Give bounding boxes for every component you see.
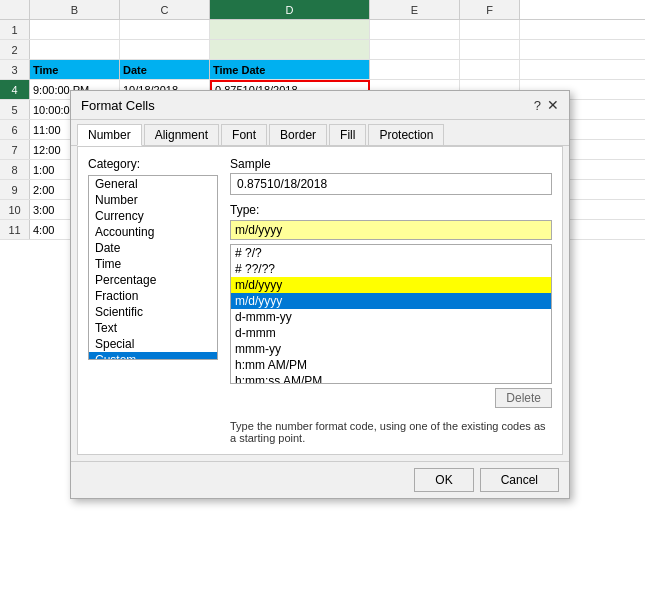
cell-F3[interactable] <box>460 60 520 79</box>
format-dmmm[interactable]: d-mmm <box>231 325 551 341</box>
category-accounting[interactable]: Accounting <box>89 224 217 240</box>
cell-D3[interactable]: Time Date <box>210 60 370 79</box>
format-dmmyy[interactable]: d-mmm-yy <box>231 309 551 325</box>
tab-number[interactable]: Number <box>77 124 142 146</box>
cell-E3[interactable] <box>370 60 460 79</box>
sample-section: Sample 0.87510/18/2018 <box>230 157 552 195</box>
dialog-controls: ? ✕ <box>534 97 559 113</box>
tab-alignment[interactable]: Alignment <box>144 124 219 145</box>
delete-button[interactable]: Delete <box>495 388 552 408</box>
help-button[interactable]: ? <box>534 98 541 113</box>
tab-fill[interactable]: Fill <box>329 124 366 145</box>
row-1: 1 <box>0 20 645 40</box>
category-currency[interactable]: Currency <box>89 208 217 224</box>
col-headers: B C D E F <box>0 0 645 20</box>
cell-D1[interactable] <box>210 20 370 39</box>
ok-button[interactable]: OK <box>414 468 473 492</box>
category-custom[interactable]: Custom <box>89 352 217 360</box>
cell-F1[interactable] <box>460 20 520 39</box>
format-hmmss-ampm[interactable]: h:mm:ss AM/PM <box>231 373 551 384</box>
cell-C2[interactable] <box>120 40 210 59</box>
category-fraction[interactable]: Fraction <box>89 288 217 304</box>
category-time[interactable]: Time <box>89 256 217 272</box>
category-percentage[interactable]: Percentage <box>89 272 217 288</box>
dialog-title: Format Cells <box>81 98 155 113</box>
cell-B1[interactable] <box>30 20 120 39</box>
category-special[interactable]: Special <box>89 336 217 352</box>
type-input[interactable] <box>230 220 552 240</box>
row-2: 2 <box>0 40 645 60</box>
col-header-E: E <box>370 0 460 19</box>
type-label: Type: <box>230 203 552 217</box>
cell-C1[interactable] <box>120 20 210 39</box>
category-text[interactable]: Text <box>89 320 217 336</box>
cell-B3[interactable]: Time <box>30 60 120 79</box>
tab-protection[interactable]: Protection <box>368 124 444 145</box>
col-header-D: D <box>210 0 370 19</box>
dialog-inner: Category: General Number Currency Accoun… <box>88 157 552 444</box>
close-button[interactable]: ✕ <box>547 97 559 113</box>
format-mdyyyy-yellow[interactable]: m/d/yyyy <box>231 277 551 293</box>
col-header-F: F <box>460 0 520 19</box>
cell-E2[interactable] <box>370 40 460 59</box>
format-cells-dialog: Format Cells ? ✕ Number Alignment Font B… <box>70 90 570 499</box>
tab-border[interactable]: Border <box>269 124 327 145</box>
format-list[interactable]: # ?/? # ??/?? m/d/yyyy m/d/yyyy d-mmm-yy… <box>230 244 552 384</box>
cell-E1[interactable] <box>370 20 460 39</box>
cell-D2[interactable] <box>210 40 370 59</box>
dialog-body: Category: General Number Currency Accoun… <box>77 146 563 455</box>
dialog-title-bar: Format Cells ? ✕ <box>71 91 569 120</box>
tab-font[interactable]: Font <box>221 124 267 145</box>
format-hash-q[interactable]: # ?/? <box>231 245 551 261</box>
corner-header <box>0 0 30 19</box>
category-general[interactable]: General <box>89 176 217 192</box>
col-header-B: B <box>30 0 120 19</box>
cell-C3[interactable]: Date <box>120 60 210 79</box>
cancel-button[interactable]: Cancel <box>480 468 559 492</box>
sample-label: Sample <box>230 157 552 171</box>
cell-B2[interactable] <box>30 40 120 59</box>
row-3: 3 Time Date Time Date <box>0 60 645 80</box>
category-list[interactable]: General Number Currency Accounting Date … <box>88 175 218 360</box>
category-date[interactable]: Date <box>89 240 217 256</box>
format-mmmyy[interactable]: mmm-yy <box>231 341 551 357</box>
col-header-C: C <box>120 0 210 19</box>
category-section: Category: General Number Currency Accoun… <box>88 157 218 444</box>
dialog-footer: OK Cancel <box>71 461 569 498</box>
category-scientific[interactable]: Scientific <box>89 304 217 320</box>
sample-box: 0.87510/18/2018 <box>230 173 552 195</box>
format-hash-qq[interactable]: # ??/?? <box>231 261 551 277</box>
category-label: Category: <box>88 157 218 171</box>
format-mdyyyy-blue[interactable]: m/d/yyyy <box>231 293 551 309</box>
right-panel: Sample 0.87510/18/2018 Type: # ?/? # ??/… <box>230 157 552 444</box>
category-number[interactable]: Number <box>89 192 217 208</box>
hint-text: Type the number format code, using one o… <box>230 420 552 444</box>
cell-F2[interactable] <box>460 40 520 59</box>
format-hmm-ampm[interactable]: h:mm AM/PM <box>231 357 551 373</box>
tab-bar: Number Alignment Font Border Fill Protec… <box>71 120 569 146</box>
